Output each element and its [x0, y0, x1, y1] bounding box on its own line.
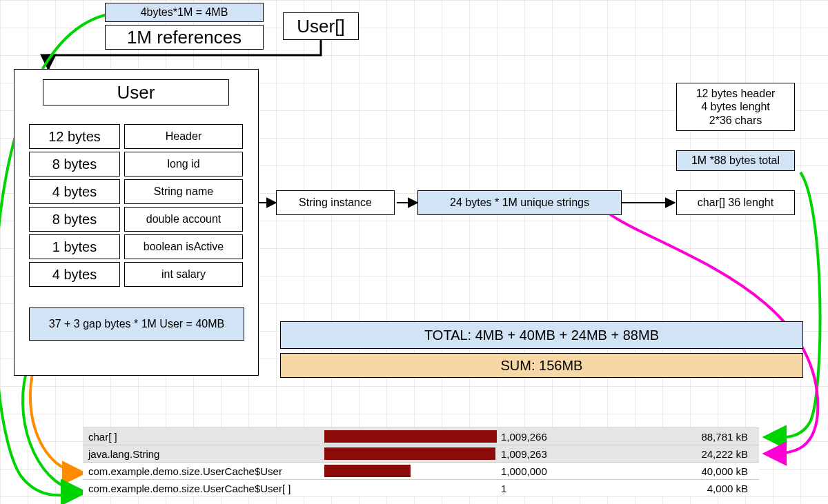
row-barcell — [324, 445, 497, 462]
refs-calc: 4bytes*1M = 4MB — [105, 3, 264, 22]
user-array-label: User[] — [283, 12, 359, 40]
user-total: 37 + 3 gap bytes * 1M User = 40MB — [29, 308, 244, 341]
bar — [324, 465, 411, 477]
char-header-l1: 12 bytes header — [696, 87, 776, 100]
row-label-0: Header — [124, 124, 243, 149]
row-size: 40,000 kB — [600, 465, 759, 477]
row-label-4: boolean isActive — [124, 234, 243, 259]
table-row: java.lang.String 1,009,263 24,222 kB — [83, 445, 759, 462]
row-bytes-5: 4 bytes — [29, 262, 120, 287]
char-array-label: char[] 36 lenght — [676, 190, 795, 215]
char-header-info: 12 bytes header 4 bytes lenght 2*36 char… — [676, 83, 795, 131]
row-size: 88,781 kB — [600, 431, 759, 443]
table-row: com.example.demo.size.UserCache$User 1,0… — [83, 462, 759, 479]
row-size: 24,222 kB — [600, 448, 759, 460]
total-sum: SUM: 156MB — [280, 353, 803, 378]
row-label-5: int salary — [124, 262, 243, 287]
row-name: com.example.demo.size.UserCache$User — [83, 465, 324, 477]
row-bytes-2: 4 bytes — [29, 179, 120, 204]
row-bytes-1: 8 bytes — [29, 152, 120, 177]
profile-table: char[ ] 1,009,266 88,781 kB java.lang.St… — [83, 427, 759, 496]
row-barcell — [324, 463, 497, 479]
char-header-l2: 4 bytes lenght — [701, 100, 770, 113]
row-bytes-3: 8 bytes — [29, 207, 120, 232]
char-total: 1M *88 bytes total — [676, 150, 795, 171]
refs-label: 1M references — [105, 25, 264, 50]
total-breakdown: TOTAL: 4MB + 40MB + 24MB + 88MB — [280, 321, 803, 349]
row-bytes-0: 12 bytes — [29, 124, 120, 149]
row-count: 1 — [497, 483, 600, 494]
row-name: com.example.demo.size.UserCache$User[ ] — [83, 483, 324, 494]
row-count: 1,009,263 — [497, 448, 600, 460]
row-label-1: long id — [124, 152, 243, 177]
user-title: User — [43, 79, 229, 105]
string-instance: String instance — [276, 190, 395, 215]
table-row: char[ ] 1,009,266 88,781 kB — [83, 427, 759, 445]
row-bytes-4: 1 bytes — [29, 234, 120, 259]
char-header-l3: 2*36 chars — [709, 114, 762, 127]
row-name: java.lang.String — [83, 448, 324, 460]
row-label-3: double account — [124, 207, 243, 232]
row-count: 1,000,000 — [497, 465, 600, 477]
row-barcell — [324, 480, 497, 496]
string-calc: 24 bytes * 1M unique strings — [417, 190, 622, 215]
bar — [324, 447, 495, 460]
row-count: 1,009,266 — [497, 431, 600, 443]
row-barcell — [324, 428, 497, 445]
row-name: char[ ] — [83, 431, 324, 443]
table-row: com.example.demo.size.UserCache$User[ ] … — [83, 479, 759, 496]
bar — [324, 430, 497, 443]
row-size: 4,000 kB — [600, 483, 759, 494]
row-label-2: String name — [124, 179, 243, 204]
